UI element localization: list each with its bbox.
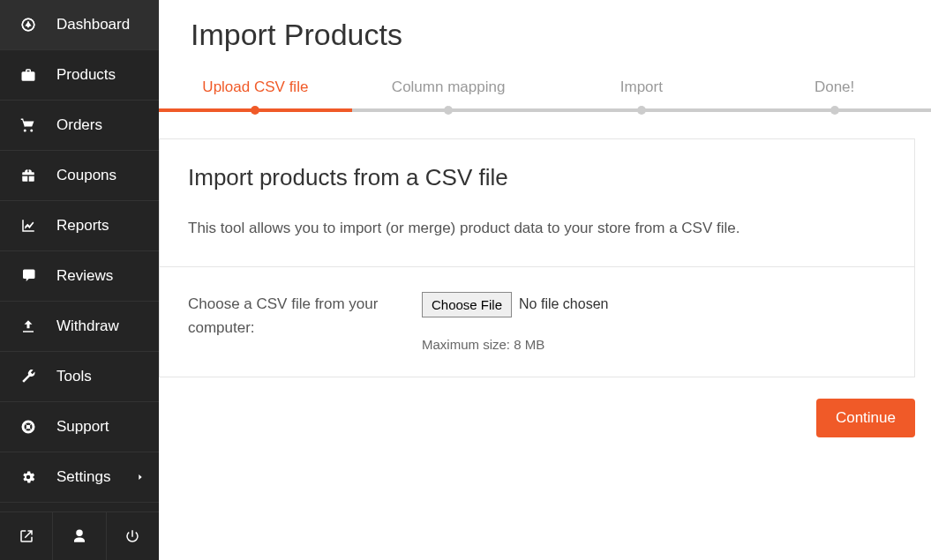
- gear-icon: [18, 469, 39, 485]
- profile-button[interactable]: [53, 512, 106, 560]
- sidebar-item-tools[interactable]: Tools: [0, 352, 159, 402]
- step-label: Done!: [815, 78, 854, 95]
- step-label: Column mapping: [392, 78, 506, 95]
- sidebar-item-settings[interactable]: Settings: [0, 452, 159, 503]
- sidebar-item-support[interactable]: Support: [0, 402, 159, 452]
- sidebar-item-reviews[interactable]: Reviews: [0, 251, 159, 302]
- page-title: Import Products: [159, 18, 931, 78]
- sidebar-item-label: Dashboard: [56, 16, 130, 34]
- sidebar-item-withdraw[interactable]: Withdraw: [0, 302, 159, 352]
- step-column-mapping: Column mapping: [352, 78, 545, 112]
- import-card: Import products from a CSV file This too…: [159, 138, 915, 377]
- step-import: Import: [545, 78, 739, 112]
- step-label: Import: [620, 78, 663, 95]
- choose-file-button[interactable]: Choose File: [422, 292, 512, 317]
- sidebar-item-dashboard[interactable]: Dashboard: [0, 0, 159, 50]
- lifering-icon: [18, 419, 39, 435]
- cart-icon: [18, 117, 39, 133]
- continue-button[interactable]: Continue: [816, 399, 915, 437]
- main-content: Import Products Upload CSV file Column m…: [159, 0, 931, 560]
- card-title: Import products from a CSV file: [188, 164, 886, 191]
- sidebar-item-label: Reviews: [56, 267, 113, 285]
- max-size-hint: Maximum size: 8 MB: [422, 337, 886, 352]
- external-link-button[interactable]: [0, 512, 53, 560]
- sidebar-item-label: Support: [56, 418, 109, 436]
- sidebar-item-label: Coupons: [56, 167, 116, 184]
- dashboard-icon: [18, 17, 39, 33]
- briefcase-icon: [18, 67, 39, 83]
- sidebar-item-label: Tools: [56, 368, 92, 385]
- gift-icon: [18, 168, 39, 183]
- sidebar-item-orders[interactable]: Orders: [0, 101, 159, 151]
- file-status: No file chosen: [519, 296, 608, 312]
- sidebar-item-products[interactable]: Products: [0, 50, 159, 101]
- file-input-row: Choose File No file chosen: [422, 292, 886, 317]
- field-label: Choose a CSV file from your computer:: [188, 292, 422, 352]
- comments-icon: [18, 268, 39, 284]
- progress-steps: Upload CSV file Column mapping Import Do…: [159, 78, 931, 112]
- sidebar-item-label: Orders: [56, 116, 102, 134]
- wrench-icon: [18, 369, 39, 385]
- field-control: Choose File No file chosen Maximum size:…: [422, 292, 886, 352]
- sidebar-item-label: Reports: [56, 217, 109, 235]
- sidebar: Dashboard Products Orders Coupons Report…: [0, 0, 159, 560]
- sidebar-footer: [0, 511, 159, 560]
- sidebar-item-reports[interactable]: Reports: [0, 201, 159, 251]
- chevron-right-icon: [136, 468, 145, 486]
- actions-row: Continue: [159, 377, 931, 437]
- upload-icon: [18, 318, 39, 334]
- card-body: Choose a CSV file from your computer: Ch…: [160, 266, 914, 377]
- power-button[interactable]: [107, 512, 159, 560]
- sidebar-item-coupons[interactable]: Coupons: [0, 151, 159, 201]
- sidebar-item-label: Withdraw: [56, 317, 119, 335]
- step-upload-csv: Upload CSV file: [159, 78, 352, 112]
- chart-icon: [18, 218, 39, 234]
- card-description: This tool allows you to import (or merge…: [188, 216, 886, 242]
- step-label: Upload CSV file: [202, 78, 308, 95]
- sidebar-item-label: Products: [56, 66, 116, 84]
- sidebar-item-label: Settings: [56, 468, 110, 486]
- card-header: Import products from a CSV file This too…: [160, 139, 914, 266]
- step-done: Done!: [738, 78, 931, 112]
